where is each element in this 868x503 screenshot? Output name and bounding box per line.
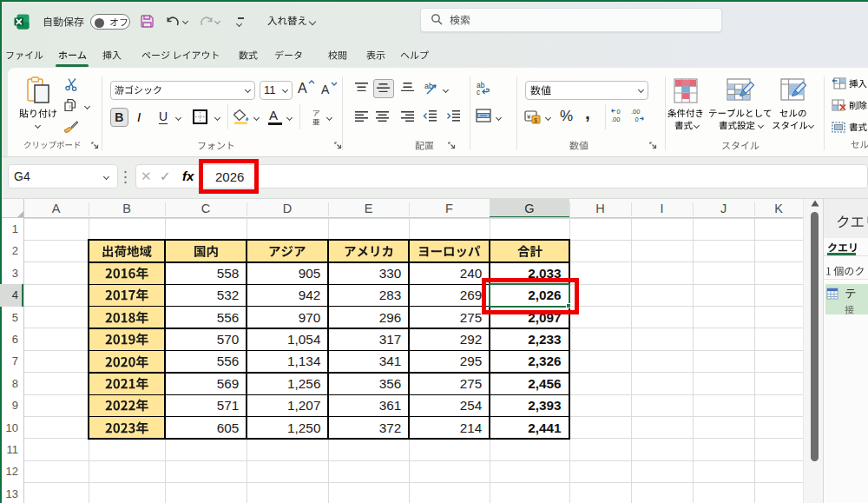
svg-text:¥: ¥	[526, 113, 531, 121]
svg-text:.00: .00	[611, 116, 620, 123]
svg-text:0: 0	[635, 116, 639, 122]
svg-text:.00: .00	[631, 108, 640, 116]
